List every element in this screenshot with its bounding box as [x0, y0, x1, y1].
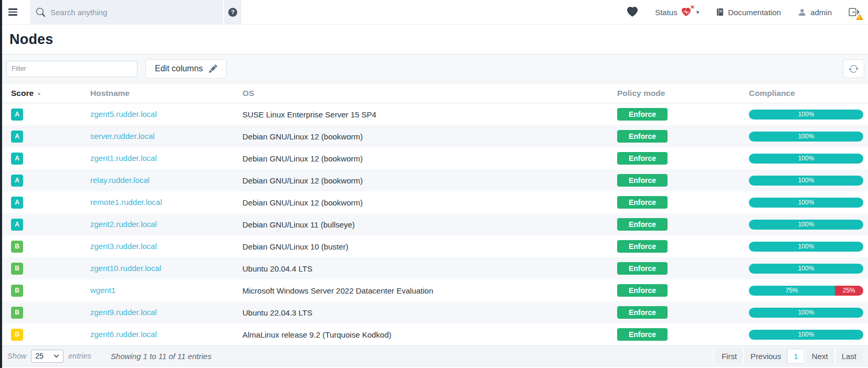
- score-badge: A: [11, 175, 23, 187]
- refresh-button[interactable]: [843, 59, 864, 78]
- compliance-bar[interactable]: 100%: [749, 308, 863, 318]
- edit-columns-button[interactable]: Edit columns: [145, 59, 227, 79]
- book-icon: [716, 8, 724, 16]
- user-label: admin: [810, 8, 832, 17]
- pagination-first[interactable]: First: [715, 349, 743, 364]
- health-status-icon: ✕: [681, 8, 692, 16]
- compliance-cell: 100%: [735, 330, 868, 340]
- pagination-next[interactable]: Next: [805, 349, 834, 364]
- table-footer: Show 25 entries Showing 1 to 11 of 11 en…: [2, 345, 868, 366]
- column-header-policy-mode[interactable]: Policy mode: [602, 89, 735, 98]
- logout-button[interactable]: [849, 7, 860, 17]
- hostname-cell: zgent6.rudder.local: [82, 330, 237, 339]
- hostname-link[interactable]: remote1.rudder.local: [90, 198, 162, 207]
- compliance-bar[interactable]: 100%: [749, 220, 863, 230]
- table-row: B zgent9.rudder.local Ubuntu 22.04.3 LTS…: [2, 301, 868, 323]
- policy-mode-cell: Enforce: [602, 196, 735, 209]
- compliance-bar[interactable]: 100%: [749, 110, 863, 120]
- collapsed-sidebar[interactable]: [0, 0, 2, 368]
- hostname-cell: zgent5.rudder.local: [82, 110, 237, 119]
- pencil-icon: [209, 64, 217, 73]
- column-label-score: Score: [11, 89, 34, 98]
- policy-mode-cell: Enforce: [602, 108, 735, 121]
- score-cell: A: [2, 219, 82, 231]
- policy-mode-badge: Enforce: [617, 306, 668, 319]
- score-cell: A: [2, 175, 82, 187]
- table-body: A zgent5.rudder.local SUSE Linux Enterpr…: [2, 103, 868, 345]
- hostname-cell: remote1.rudder.local: [82, 198, 237, 207]
- policy-mode-badge: Enforce: [617, 174, 668, 187]
- compliance-cell: 100%: [735, 154, 868, 164]
- hostname-cell: wgent1: [82, 286, 237, 295]
- policy-mode-cell: Enforce: [602, 152, 735, 165]
- search-input[interactable]: [45, 8, 223, 17]
- pagination-previous[interactable]: Previous: [743, 349, 787, 364]
- help-button[interactable]: ?: [224, 0, 241, 25]
- column-header-hostname[interactable]: Hostname: [82, 89, 237, 98]
- documentation-link[interactable]: Documentation: [716, 8, 781, 17]
- table-row: A relay.rudder.local Debian GNU/Linux 12…: [2, 169, 868, 191]
- policy-mode-badge: Enforce: [617, 108, 668, 121]
- hostname-link[interactable]: zgent3.rudder.local: [90, 242, 157, 251]
- compliance-bar[interactable]: 100%: [749, 242, 863, 252]
- compliance-bar[interactable]: 100%: [749, 264, 863, 274]
- score-badge: B: [11, 263, 23, 275]
- hostname-link[interactable]: zgent6.rudder.local: [90, 330, 157, 339]
- score-badge: A: [11, 109, 23, 121]
- hostname-link[interactable]: zgent10.rudder.local: [90, 264, 161, 273]
- page-size-select[interactable]: 25: [31, 350, 63, 363]
- entries-info: Showing 1 to 11 of 11 entries: [111, 352, 211, 361]
- hostname-link[interactable]: zgent1.rudder.local: [90, 154, 157, 163]
- policy-mode-cell: Enforce: [602, 262, 735, 275]
- os-cell: Debian GNU/Linux 10 (buster): [237, 242, 602, 251]
- compliance-segment: 100%: [749, 154, 863, 164]
- column-header-score[interactable]: Score ▲: [2, 89, 82, 98]
- search-icon: [36, 8, 45, 17]
- user-menu[interactable]: admin: [798, 8, 832, 17]
- score-cell: A: [2, 153, 82, 165]
- score-cell: D: [2, 329, 82, 341]
- warning-icon: [856, 14, 863, 20]
- compliance-bar[interactable]: 75%25%: [749, 286, 863, 296]
- filter-input[interactable]: [6, 61, 137, 77]
- column-header-compliance[interactable]: Compliance: [735, 89, 868, 98]
- score-badge: B: [11, 285, 23, 297]
- hostname-link[interactable]: zgent9.rudder.local: [90, 308, 157, 317]
- hostname-link[interactable]: zgent5.rudder.local: [90, 110, 157, 118]
- hostname-cell: zgent2.rudder.local: [82, 220, 237, 229]
- favorites-heart-icon[interactable]: [627, 7, 638, 17]
- page-title: Nodes: [9, 31, 54, 48]
- hostname-link[interactable]: server.rudder.local: [90, 132, 155, 140]
- table-row: A server.rudder.local Debian GNU/Linux 1…: [2, 125, 868, 147]
- score-cell: A: [2, 197, 82, 209]
- compliance-bar[interactable]: 100%: [749, 132, 863, 142]
- os-cell: Debian GNU/Linux 11 (bullseye): [237, 220, 602, 229]
- pagination-last[interactable]: Last: [834, 349, 863, 364]
- menu-toggle-button[interactable]: [8, 6, 22, 18]
- policy-mode-badge: Enforce: [617, 218, 668, 231]
- sort-asc-icon: ▲: [37, 91, 41, 96]
- compliance-cell: 100%: [735, 132, 868, 142]
- hostname-link[interactable]: zgent2.rudder.local: [90, 220, 157, 229]
- compliance-bar[interactable]: 100%: [749, 198, 863, 208]
- compliance-bar[interactable]: 100%: [749, 154, 863, 164]
- hostname-link[interactable]: relay.rudder.local: [90, 176, 150, 185]
- status-menu[interactable]: Status ✕ ▾: [655, 8, 699, 17]
- compliance-bar[interactable]: 100%: [749, 176, 863, 186]
- score-badge: D: [11, 329, 23, 341]
- os-cell: Ubuntu 22.04.3 LTS: [237, 308, 602, 317]
- column-header-os[interactable]: OS: [237, 89, 602, 98]
- compliance-bar[interactable]: 100%: [749, 330, 863, 340]
- compliance-cell: 100%: [735, 220, 868, 230]
- policy-mode-badge: Enforce: [617, 262, 668, 275]
- pagination-1[interactable]: 1: [787, 349, 804, 364]
- show-label: Show: [7, 352, 26, 360]
- compliance-cell: 100%: [735, 110, 868, 120]
- page-size-value: 25: [35, 352, 44, 360]
- compliance-cell: 100%: [735, 176, 868, 186]
- hostname-link[interactable]: wgent1: [90, 286, 115, 295]
- topbar-right: Status ✕ ▾ Documentation admin: [627, 7, 868, 17]
- status-error-icon: ✕: [690, 4, 694, 10]
- os-cell: AlmaLinux release 9.2 (Turquoise Kodkod): [237, 330, 602, 339]
- entries-label: entries: [68, 352, 91, 360]
